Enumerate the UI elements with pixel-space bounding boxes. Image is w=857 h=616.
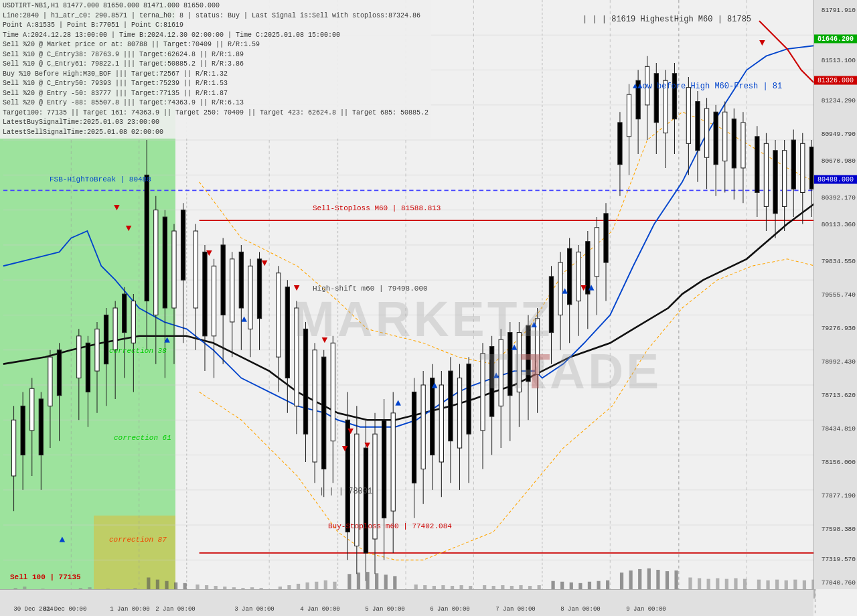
time-jan7: 7 Jan 00:00 — [495, 606, 535, 613]
svg-rect-142 — [568, 248, 572, 305]
svg-rect-76 — [230, 259, 234, 322]
correction-61-label: correction 61 — [114, 434, 171, 442]
time-jan9: 9 Jan 00:00 — [626, 606, 666, 613]
svg-rect-82 — [257, 259, 261, 319]
svg-rect-134 — [526, 325, 530, 382]
svg-text:MARKETZ: MARKETZ — [294, 292, 553, 347]
svg-rect-164 — [672, 74, 676, 119]
price-81513: 81513.100 — [822, 57, 856, 64]
header-line3: Point A:81535 | Point B:77051 | Point C:… — [3, 21, 428, 31]
svg-text:▼: ▼ — [580, 283, 587, 293]
svg-rect-112 — [421, 385, 425, 469]
svg-rect-116 — [439, 385, 443, 462]
svg-rect-70 — [203, 252, 207, 335]
svg-rect-144 — [576, 252, 580, 301]
svg-rect-130 — [508, 333, 512, 396]
svg-text:▲: ▲ — [493, 370, 499, 381]
svg-text:T: T — [520, 344, 550, 399]
svg-rect-128 — [499, 339, 503, 406]
svg-rect-80 — [248, 266, 252, 329]
price-77319: 77319.570 — [822, 556, 856, 563]
svg-rect-172 — [714, 112, 718, 164]
svg-rect-190 — [801, 143, 805, 192]
price-79276: 79276.930 — [822, 325, 856, 332]
svg-text:▼: ▼ — [342, 443, 348, 454]
price-81326: 81326.000 — [814, 76, 857, 85]
price-80845: 80670.980 — [822, 157, 856, 165]
svg-rect-166 — [686, 88, 690, 144]
time-dec31: 31 Dec 00:00 — [44, 606, 87, 613]
svg-text:▲: ▲ — [589, 283, 595, 293]
sell-100-label: Sell 100 | 77135 — [10, 573, 81, 581]
svg-rect-74 — [221, 245, 225, 315]
svg-rect-78 — [239, 252, 243, 308]
chart-container: ▲ ▲ ▲ ▲ ▲ ▲ ▲ ▲ ▲ ▲ ▼ ▼ ▼ ▼ ▼ ▼ ▼ ▼ ▼ ▼ … — [0, 0, 857, 616]
svg-rect-72 — [212, 266, 216, 336]
marker-78001-label: | | | 78001 — [319, 487, 372, 496]
svg-rect-96 — [331, 343, 335, 441]
svg-rect-68 — [193, 231, 198, 308]
highest-high-label: | | | 81619 HighestHigh M60 | 81785 — [582, 15, 751, 24]
info-panel: USDTIRT-NBi,H1 81477.000 81650.000 81471… — [0, 0, 431, 139]
svg-text:▲: ▲ — [241, 314, 247, 325]
header-line13: LatestBuySignalTime:2025.01.03 23:00:00 — [3, 118, 428, 128]
svg-text:▲: ▲ — [395, 398, 401, 408]
svg-text:▼: ▼ — [206, 248, 212, 258]
correction-87-label: correction 87 — [109, 536, 167, 544]
svg-rect-106 — [382, 420, 386, 518]
price-79555: 79555.740 — [822, 291, 856, 299]
price-80488: 80488.000 — [814, 175, 857, 184]
svg-rect-90 — [303, 329, 307, 434]
svg-rect-148 — [595, 228, 599, 277]
svg-rect-124 — [481, 354, 485, 431]
header-line4: Time A:2024.12.28 13:00:00 | Time B:2024… — [3, 31, 428, 41]
header-line12: Target100: 77135 || Target 161: 74363.9 … — [3, 108, 428, 119]
orange-zone-bottom — [94, 516, 175, 589]
svg-rect-184 — [773, 151, 777, 214]
svg-rect-154 — [627, 94, 631, 137]
header-line7: Sell %10 @ C_Entry61: 79822.1 ||| Target… — [3, 60, 428, 70]
svg-rect-138 — [549, 277, 553, 333]
svg-rect-140 — [558, 262, 562, 315]
svg-rect-122 — [467, 364, 471, 435]
svg-rect-168 — [696, 102, 700, 151]
svg-text:▼: ▼ — [262, 258, 268, 268]
svg-rect-120 — [457, 378, 461, 449]
price-80392: 80392.170 — [822, 194, 856, 202]
svg-rect-176 — [732, 119, 736, 168]
sell-stoploss-label: Sell-Stoploss M60 | 81588.813 — [313, 204, 441, 212]
svg-text:TRADE: TRADE — [479, 344, 661, 399]
high-shift-label: High-shift m60 | 79498.000 — [313, 285, 428, 293]
price-81646: 81646.200 — [814, 35, 857, 44]
svg-text:▼: ▼ — [364, 440, 370, 451]
svg-rect-92 — [313, 350, 317, 462]
svg-rect-146 — [586, 242, 590, 294]
time-axis: 30 Dec 2024 31 Dec 00:00 1 Jan 00:00 2 J… — [0, 589, 813, 616]
price-78156: 78156.000 — [822, 459, 856, 466]
time-jan8: 8 Jan 00:00 — [560, 606, 600, 613]
svg-text:▼: ▼ — [347, 426, 354, 437]
price-77598: 77598.380 — [822, 526, 856, 533]
time-jan6: 6 Jan 00:00 — [430, 606, 469, 613]
svg-text:▼: ▼ — [294, 283, 300, 293]
price-78434: 78434.810 — [822, 425, 856, 433]
svg-rect-84 — [277, 273, 281, 357]
svg-rect-182 — [764, 143, 768, 206]
svg-rect-136 — [535, 319, 539, 375]
header-line10: Sell %20 @ Entry -50: 83777 ||| Target:7… — [3, 89, 428, 99]
svg-text:▲: ▲ — [432, 380, 438, 391]
svg-text:▼: ▼ — [759, 37, 765, 48]
svg-rect-188 — [791, 140, 795, 189]
time-jan4: 4 Jan 00:00 — [300, 606, 339, 613]
svg-text:▲: ▲ — [531, 319, 537, 330]
svg-rect-102 — [364, 448, 368, 553]
price-80979: 80949.790 — [822, 131, 856, 138]
header-line6: Sell %10 @ C_Entry38: 78763.9 ||| Target… — [3, 50, 428, 60]
svg-text:▼: ▼ — [322, 335, 328, 345]
price-77040: 77040.760 — [822, 579, 856, 587]
price-78713: 78713.620 — [822, 392, 856, 399]
fsb-high-label: FSB-HighToBreak | 80488 — [50, 175, 151, 183]
buy-stoploss-label: Buy-Stoploss m60 | 77402.084 — [328, 522, 452, 530]
svg-rect-150 — [604, 214, 608, 262]
header-line5: Sell %20 @ Market price or at: 80788 || … — [3, 40, 428, 50]
